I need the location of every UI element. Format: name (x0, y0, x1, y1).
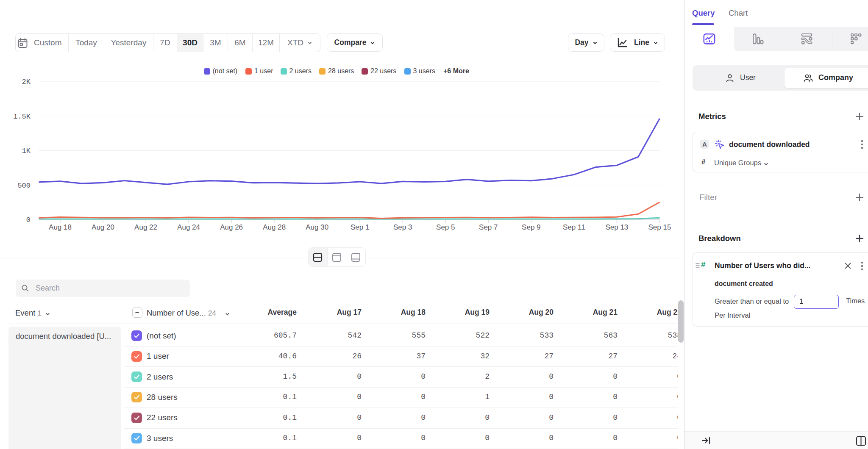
svg-text:Aug 28: Aug 28 (263, 223, 286, 231)
svg-text:Sep 5: Sep 5 (436, 223, 455, 231)
svg-text:1K: 1K (22, 147, 31, 155)
svg-text:Aug 20: Aug 20 (92, 223, 114, 231)
svg-text:2K: 2K (22, 78, 31, 86)
svg-text:0: 0 (26, 216, 31, 224)
svg-text:Aug 24: Aug 24 (177, 223, 200, 231)
svg-text:Aug 18: Aug 18 (49, 223, 72, 231)
svg-text:Sep 15: Sep 15 (648, 223, 671, 231)
svg-text:Aug 22: Aug 22 (134, 223, 157, 231)
svg-text:Sep 13: Sep 13 (605, 223, 628, 231)
svg-text:Sep 3: Sep 3 (393, 223, 412, 231)
svg-text:Aug 30: Aug 30 (306, 223, 328, 231)
svg-text:Sep 1: Sep 1 (351, 223, 369, 231)
svg-text:1.5K: 1.5K (13, 113, 31, 121)
svg-text:500: 500 (17, 182, 31, 190)
svg-text:Sep 9: Sep 9 (522, 223, 540, 231)
svg-text:Aug 26: Aug 26 (220, 223, 243, 231)
svg-text:Sep 11: Sep 11 (563, 223, 585, 231)
svg-text:Sep 7: Sep 7 (479, 223, 498, 231)
